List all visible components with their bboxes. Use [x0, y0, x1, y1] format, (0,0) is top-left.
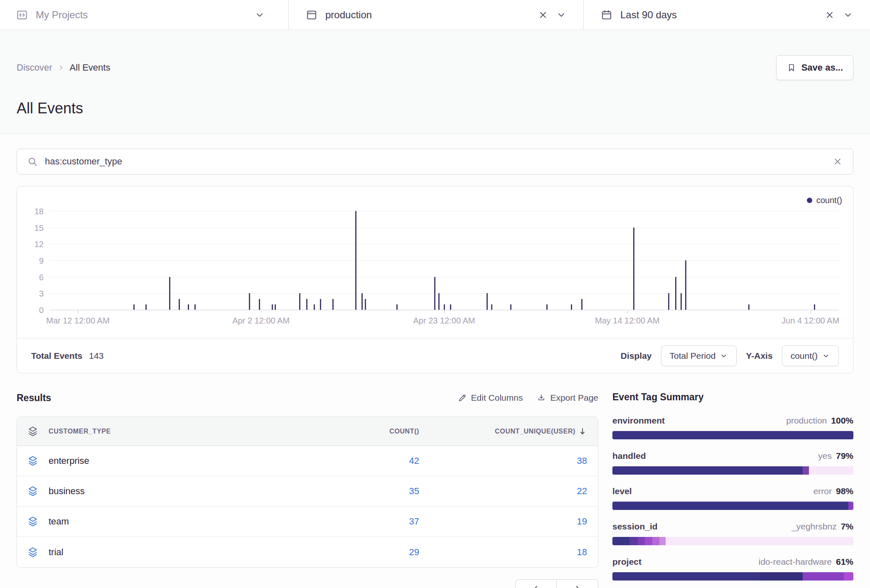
chart-bar[interactable] — [633, 228, 634, 310]
chart-bar[interactable] — [272, 304, 273, 310]
project-selector[interactable]: My Projects — [0, 0, 289, 29]
tag-percentage: 98% — [836, 486, 853, 496]
chart-gridline — [49, 244, 839, 244]
environment-selector[interactable]: production — [289, 0, 584, 29]
tag-key: handled — [612, 451, 646, 461]
chart-bar[interactable] — [434, 277, 435, 310]
chart-bar[interactable] — [361, 293, 363, 310]
count-unique-link[interactable]: 22 — [577, 486, 587, 496]
tag-percentage: 61% — [836, 557, 853, 567]
chart-bar[interactable] — [365, 299, 366, 310]
tag-key: project — [612, 557, 641, 567]
chart-bar[interactable] — [306, 299, 307, 310]
chart-bar[interactable] — [748, 304, 750, 310]
chart-bar[interactable] — [438, 293, 440, 310]
chevron-down-icon[interactable] — [843, 10, 853, 20]
clear-environment-icon[interactable] — [538, 10, 548, 20]
tag-key: level — [612, 486, 632, 496]
chart-bar[interactable] — [510, 304, 511, 310]
chart-bar[interactable] — [675, 277, 676, 310]
daterange-selector[interactable]: Last 90 days — [584, 0, 870, 29]
chart-gridline — [49, 228, 839, 228]
chart-bar[interactable] — [259, 299, 260, 310]
tag-bar-segment — [612, 502, 848, 510]
table-row[interactable]: business3522 — [17, 476, 598, 507]
count-link[interactable]: 35 — [409, 486, 419, 496]
breadcrumb-discover-link[interactable]: Discover — [17, 62, 52, 73]
edit-columns-button[interactable]: Edit Columns — [458, 393, 523, 403]
page-title: All Events — [17, 100, 853, 117]
tag-distribution-bar[interactable] — [612, 431, 853, 439]
chart-gridline — [49, 277, 839, 277]
projects-icon — [16, 9, 28, 21]
count-unique-link[interactable]: 38 — [577, 456, 587, 466]
chart-bar[interactable] — [450, 304, 451, 310]
chart-bar[interactable] — [396, 304, 398, 310]
chart-y-axis: 0369121518 — [17, 211, 44, 310]
chart-bar[interactable] — [355, 211, 356, 310]
count-unique-link[interactable]: 19 — [577, 516, 587, 527]
tag-distribution-bar[interactable] — [612, 466, 853, 475]
export-page-button[interactable]: Export Page — [537, 393, 598, 403]
chart-bar[interactable] — [249, 293, 250, 310]
count-link[interactable]: 37 — [409, 516, 419, 527]
chart-bar[interactable] — [188, 304, 189, 310]
tag-summary-heading: Event Tag Summary — [612, 392, 853, 404]
count-cell: 37 — [303, 516, 419, 527]
chart-gridline — [49, 211, 839, 211]
chart-bar[interactable] — [487, 293, 488, 310]
chart-bar[interactable] — [668, 293, 669, 310]
tag-distribution-bar[interactable] — [612, 537, 853, 545]
table-row[interactable]: enterprise4238 — [17, 446, 598, 476]
count-cell: 35 — [303, 486, 419, 497]
chart-bar[interactable] — [275, 304, 276, 310]
yaxis-dropdown[interactable]: count() — [782, 345, 839, 366]
count-link[interactable]: 29 — [409, 547, 419, 557]
chart-bar[interactable] — [332, 299, 334, 310]
chart-bar[interactable] — [814, 304, 815, 310]
clear-daterange-icon[interactable] — [824, 10, 835, 20]
chart-bar[interactable] — [444, 304, 445, 310]
count-link[interactable]: 42 — [409, 456, 419, 466]
table-row[interactable]: team3719 — [17, 507, 598, 537]
count-cell: 29 — [303, 547, 419, 558]
chart-bar[interactable] — [194, 304, 196, 310]
chart-bar[interactable] — [133, 304, 135, 310]
search-input[interactable] — [45, 156, 826, 167]
chevron-down-icon[interactable] — [254, 10, 265, 20]
save-as-button[interactable]: Save as... — [776, 55, 853, 80]
column-header-count-unique[interactable]: COUNT_UNIQUE(USER) — [419, 427, 598, 436]
chart-bar[interactable] — [169, 277, 170, 310]
clear-search-icon[interactable] — [832, 156, 843, 167]
tag-key: session_id — [612, 522, 658, 532]
chart-bar[interactable] — [685, 260, 686, 310]
column-header-customer-type[interactable]: CUSTOMER_TYPE — [49, 428, 303, 435]
chart-bar[interactable] — [145, 304, 147, 310]
chart-bar[interactable] — [491, 304, 492, 310]
previous-page-button[interactable] — [515, 579, 557, 588]
chevron-right-icon — [573, 584, 582, 588]
count-unique-link[interactable]: 18 — [577, 547, 587, 557]
next-page-button[interactable] — [557, 579, 598, 588]
table-row[interactable]: trial2918 — [17, 537, 598, 567]
chart-x-axis: Mar 12 12:00 AMApr 2 12:00 AMApr 23 12:0… — [49, 316, 839, 327]
display-dropdown[interactable]: Total Period — [661, 345, 737, 366]
chart-bar[interactable] — [314, 304, 315, 310]
chart-plot-area[interactable] — [49, 211, 839, 310]
tag-bar-segment — [638, 537, 645, 545]
chart-bar[interactable] — [681, 293, 682, 310]
chevron-left-icon — [531, 584, 541, 588]
layers-icon — [17, 516, 49, 527]
tag-distribution-bar[interactable] — [612, 572, 853, 581]
chart-bar[interactable] — [581, 299, 582, 310]
chart-bar[interactable] — [546, 304, 548, 310]
chart-bar[interactable] — [299, 293, 300, 310]
chevron-down-icon[interactable] — [556, 10, 567, 20]
chart-bar[interactable] — [179, 299, 180, 310]
customer-type-cell: business — [49, 486, 303, 497]
chart-bar[interactable] — [320, 299, 321, 310]
tag-distribution-bar[interactable] — [612, 502, 853, 510]
edit-columns-label: Edit Columns — [471, 393, 523, 403]
column-header-count[interactable]: COUNT() — [303, 428, 419, 435]
chart-bar[interactable] — [571, 304, 572, 310]
